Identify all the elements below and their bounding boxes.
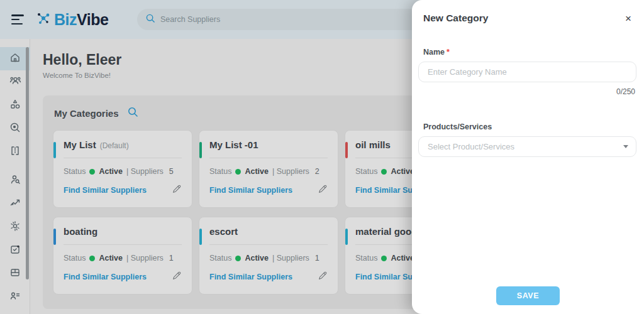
close-icon[interactable]: × [625, 13, 631, 24]
select-placeholder: Select Product/Services [428, 142, 514, 151]
name-field-block: Name* 0/250 [418, 48, 636, 96]
char-counter: 0/250 [418, 87, 636, 96]
name-label: Name* [423, 48, 636, 57]
chevron-down-icon [623, 145, 628, 148]
modal-title: New Category [423, 13, 488, 24]
products-select[interactable]: Select Product/Services [418, 136, 636, 157]
products-label: Products/Services [423, 122, 636, 131]
save-button[interactable]: SAVE [496, 286, 560, 305]
products-field-block: Products/Services Select Product/Service… [418, 122, 636, 157]
new-category-modal: New Category × Name* 0/250 Products/Serv… [412, 0, 644, 314]
required-asterisk: * [447, 48, 450, 57]
category-name-input[interactable] [418, 62, 636, 82]
bizvibe-app: BizVibe [0, 0, 644, 314]
